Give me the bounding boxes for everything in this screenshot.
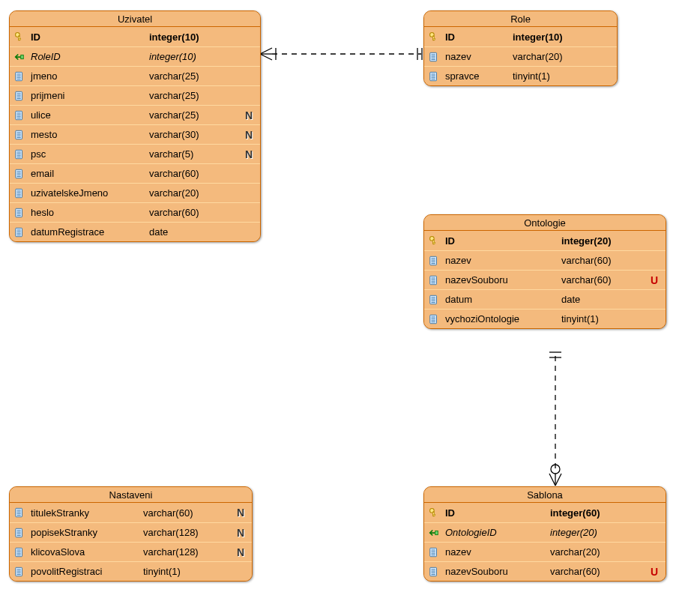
svg-rect-114 bbox=[16, 567, 22, 576]
entity-body: IDinteger(60)OntologieIDinteger(20)nazev… bbox=[424, 503, 666, 581]
column-row: mestovarchar(30)N bbox=[10, 124, 260, 144]
column-row: jmenovarchar(25) bbox=[10, 66, 260, 85]
svg-rect-33 bbox=[16, 130, 22, 139]
column-icon bbox=[13, 187, 26, 200]
svg-line-3 bbox=[260, 54, 272, 60]
column-icon bbox=[427, 254, 441, 268]
column-name: vychoziOntologie bbox=[445, 313, 561, 324]
svg-rect-58 bbox=[16, 228, 22, 236]
column-icon bbox=[427, 70, 441, 83]
column-row: popisekStrankyvarchar(128)N bbox=[10, 522, 252, 542]
svg-rect-28 bbox=[16, 111, 22, 119]
column-icon bbox=[13, 148, 26, 161]
column-type: varchar(128) bbox=[143, 546, 232, 558]
column-name: popisekStranky bbox=[31, 527, 143, 538]
svg-line-11 bbox=[549, 474, 555, 486]
svg-rect-122 bbox=[435, 531, 438, 534]
column-type: varchar(5) bbox=[149, 148, 241, 160]
column-row: heslovarchar(60) bbox=[10, 202, 260, 222]
primary-key-icon bbox=[13, 30, 26, 43]
nullable-flag-icon: N bbox=[232, 507, 249, 519]
svg-rect-48 bbox=[16, 189, 22, 197]
nullable-flag-icon: N bbox=[232, 546, 249, 558]
column-row: IDinteger(10) bbox=[10, 27, 260, 46]
column-row: spravcetinyint(1) bbox=[424, 66, 617, 85]
column-icon bbox=[13, 206, 26, 220]
column-icon bbox=[13, 226, 26, 239]
column-name: datumRegistrace bbox=[31, 226, 149, 238]
column-icon bbox=[427, 546, 441, 559]
column-name: ID bbox=[445, 31, 513, 43]
svg-rect-109 bbox=[16, 548, 22, 556]
nullable-flag-icon: N bbox=[241, 129, 257, 141]
column-type: varchar(128) bbox=[143, 527, 232, 538]
entity-body: IDinteger(10)nazevvarchar(20)spravcetiny… bbox=[424, 27, 617, 85]
nullable-flag-icon: N bbox=[232, 527, 249, 539]
column-row: povolitRegistracitinyint(1) bbox=[10, 561, 252, 581]
column-type: varchar(60) bbox=[143, 507, 232, 519]
column-name: ID bbox=[445, 507, 550, 519]
column-row: OntologieIDinteger(20) bbox=[424, 522, 666, 542]
unique-flag-icon: U bbox=[646, 566, 663, 578]
column-name: nazev bbox=[445, 546, 550, 558]
column-row: datumRegistracedate bbox=[10, 222, 260, 241]
foreign-key-icon bbox=[13, 50, 26, 64]
column-icon bbox=[427, 565, 441, 579]
svg-rect-79 bbox=[430, 256, 437, 265]
column-type: integer(20) bbox=[550, 527, 663, 538]
column-name: RoleID bbox=[31, 51, 149, 62]
svg-rect-38 bbox=[16, 150, 22, 158]
column-icon bbox=[13, 109, 26, 122]
entity-title: Ontologie bbox=[424, 215, 666, 231]
column-type: varchar(60) bbox=[550, 566, 646, 577]
column-type: varchar(30) bbox=[149, 129, 241, 140]
column-type: date bbox=[561, 294, 663, 305]
primary-key-icon bbox=[427, 234, 441, 247]
foreign-key-icon bbox=[427, 526, 441, 540]
column-type: varchar(25) bbox=[149, 90, 257, 101]
svg-rect-18 bbox=[16, 72, 22, 80]
column-icon bbox=[13, 565, 26, 579]
column-type: varchar(25) bbox=[149, 109, 241, 121]
column-type: date bbox=[149, 226, 257, 238]
entity-role: Role IDinteger(10)nazevvarchar(20)spravc… bbox=[423, 10, 618, 86]
column-name: nazev bbox=[445, 255, 561, 266]
column-name: nazevSouboru bbox=[445, 274, 561, 286]
column-row: nazevvarchar(60) bbox=[424, 250, 666, 270]
column-type: tinyint(1) bbox=[143, 566, 249, 577]
column-row: ulicevarchar(25)N bbox=[10, 105, 260, 124]
column-icon bbox=[13, 546, 26, 559]
svg-rect-23 bbox=[16, 91, 22, 100]
column-type: tinyint(1) bbox=[513, 70, 614, 82]
column-row: nazevvarchar(20) bbox=[424, 46, 617, 66]
entity-title: Nastaveni bbox=[10, 487, 252, 503]
entity-title: Uzivatel bbox=[10, 11, 260, 27]
column-name: OntologieID bbox=[445, 527, 550, 538]
column-row: pscvarchar(5)N bbox=[10, 144, 260, 163]
column-name: klicovaSlova bbox=[31, 546, 143, 558]
nullable-flag-icon: N bbox=[241, 109, 257, 121]
column-row: IDinteger(60) bbox=[424, 503, 666, 522]
entity-sablona: Sablona IDinteger(60)OntologieIDinteger(… bbox=[423, 486, 666, 582]
column-icon bbox=[427, 50, 441, 64]
column-name: spravce bbox=[445, 70, 513, 82]
column-name: ulice bbox=[31, 109, 149, 121]
svg-rect-84 bbox=[430, 276, 437, 284]
column-name: email bbox=[31, 168, 149, 179]
column-row: datumdate bbox=[424, 289, 666, 309]
svg-rect-78 bbox=[433, 243, 435, 244]
column-name: povolitRegistraci bbox=[31, 566, 143, 577]
entity-title: Role bbox=[424, 11, 617, 27]
column-row: RoleIDinteger(10) bbox=[10, 46, 260, 66]
column-row: titulekStrankyvarchar(60)N bbox=[10, 503, 252, 522]
svg-rect-16 bbox=[19, 39, 21, 40]
column-type: varchar(60) bbox=[561, 274, 646, 286]
column-icon bbox=[13, 70, 26, 83]
column-name: ID bbox=[445, 235, 561, 247]
column-type: varchar(20) bbox=[550, 546, 663, 558]
column-type: integer(10) bbox=[149, 51, 257, 62]
column-name: nazev bbox=[445, 51, 513, 62]
svg-rect-94 bbox=[430, 315, 437, 323]
column-row: nazevSouboruvarchar(60)U bbox=[424, 561, 666, 581]
svg-rect-66 bbox=[430, 52, 437, 61]
